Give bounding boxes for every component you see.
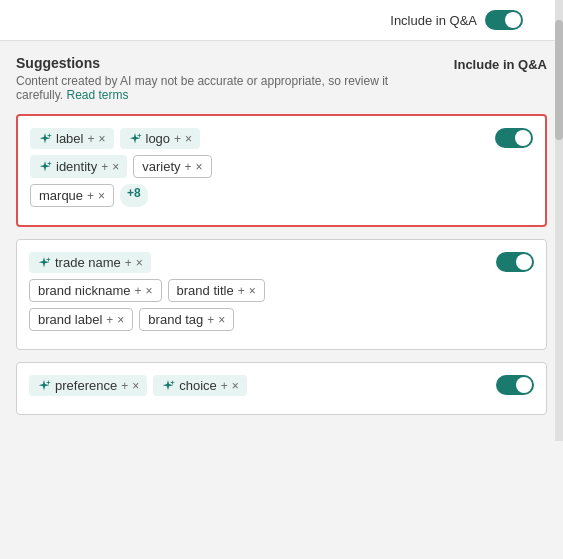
card-1-row-3: marque+×+8 — [30, 184, 483, 207]
top-bar: Include in Q&A — [0, 0, 563, 41]
sparkle-icon — [38, 160, 52, 174]
card-3: preference+× choice+× — [16, 362, 547, 415]
tag-text: choice — [179, 378, 217, 393]
tag-add-button[interactable]: + — [106, 313, 113, 327]
card-2-plain-tag-1: brand title+× — [168, 279, 265, 302]
tag-text: label — [56, 131, 83, 146]
card-3-ai-tag-1: choice+× — [153, 375, 247, 396]
card-1: label+× logo+× identity+×variety+×marque… — [16, 114, 547, 227]
main-content: Suggestions Content created by AI may no… — [0, 41, 563, 441]
column-label: Include in Q&A — [454, 57, 547, 72]
tag-text: identity — [56, 159, 97, 174]
card-2-plain-tag-0: brand label+× — [29, 308, 133, 331]
card-1-plain-tag-0: marque+× — [30, 184, 114, 207]
tag-remove-button[interactable]: × — [117, 313, 124, 327]
tag-remove-button[interactable]: × — [146, 284, 153, 298]
suggestions-description: Content created by AI may not be accurat… — [16, 74, 438, 102]
tag-text: variety — [142, 159, 180, 174]
tag-add-button[interactable]: + — [207, 313, 214, 327]
tag-text: preference — [55, 378, 117, 393]
tag-remove-button[interactable]: × — [112, 160, 119, 174]
card-3-row-1: preference+× choice+× — [29, 375, 484, 396]
tag-add-button[interactable]: + — [87, 132, 94, 146]
sparkle-icon — [38, 132, 52, 146]
tag-remove-button[interactable]: × — [132, 379, 139, 393]
tag-add-button[interactable]: + — [185, 160, 192, 174]
sparkle-icon — [37, 256, 51, 270]
tag-add-button[interactable]: + — [135, 284, 142, 298]
card-2: trade name+×brand nickname+×brand title+… — [16, 239, 547, 350]
card-1-row-2: identity+×variety+× — [30, 155, 483, 178]
tag-remove-button[interactable]: × — [98, 132, 105, 146]
tag-add-button[interactable]: + — [121, 379, 128, 393]
card-3-body: preference+× choice+× — [29, 375, 484, 402]
card-2-plain-tag-1: brand tag+× — [139, 308, 234, 331]
tag-remove-button[interactable]: × — [185, 132, 192, 146]
card-2-toggle[interactable] — [496, 252, 534, 272]
tag-add-button[interactable]: + — [174, 132, 181, 146]
tag-remove-button[interactable]: × — [98, 189, 105, 203]
card-2-ai-tag-0: trade name+× — [29, 252, 151, 273]
card-2-row-2: brand nickname+×brand title+× — [29, 279, 484, 302]
card-1-row-1: label+× logo+× — [30, 128, 483, 149]
card-2-body: trade name+×brand nickname+×brand title+… — [29, 252, 484, 337]
tag-text: brand title — [177, 283, 234, 298]
tag-add-button[interactable]: + — [238, 284, 245, 298]
tag-remove-button[interactable]: × — [232, 379, 239, 393]
tag-remove-button[interactable]: × — [196, 160, 203, 174]
card-1-toggle[interactable] — [495, 128, 533, 148]
card-1-ai-tag-0: identity+× — [30, 155, 127, 178]
tag-text: logo — [146, 131, 171, 146]
card-1-body: label+× logo+× identity+×variety+×marque… — [30, 128, 483, 213]
tag-text: brand nickname — [38, 283, 131, 298]
card-1-ai-tag-0: label+× — [30, 128, 114, 149]
tag-remove-button[interactable]: × — [136, 256, 143, 270]
tag-add-button[interactable]: + — [125, 256, 132, 270]
card-1-plain-tag-1: variety+× — [133, 155, 211, 178]
cards-container: label+× logo+× identity+×variety+×marque… — [16, 114, 547, 415]
tag-add-button[interactable]: + — [101, 160, 108, 174]
card-3-ai-tag-0: preference+× — [29, 375, 147, 396]
suggestions-heading: Suggestions — [16, 55, 438, 71]
suggestions-left: Suggestions Content created by AI may no… — [16, 55, 438, 102]
tag-add-button[interactable]: + — [87, 189, 94, 203]
sparkle-icon — [161, 379, 175, 393]
tag-remove-button[interactable]: × — [218, 313, 225, 327]
card-3-toggle[interactable] — [496, 375, 534, 395]
card-2-row-3: brand label+×brand tag+× — [29, 308, 484, 331]
tag-remove-button[interactable]: × — [249, 284, 256, 298]
scrollbar-track — [555, 0, 563, 441]
top-toggle-label: Include in Q&A — [390, 13, 477, 28]
sparkle-icon — [37, 379, 51, 393]
top-toggle[interactable] — [485, 10, 523, 30]
tag-add-button[interactable]: + — [221, 379, 228, 393]
tag-text: brand label — [38, 312, 102, 327]
tag-text: brand tag — [148, 312, 203, 327]
tag-text: trade name — [55, 255, 121, 270]
tag-text: marque — [39, 188, 83, 203]
sparkle-icon — [128, 132, 142, 146]
card-1-badge: +8 — [120, 184, 148, 207]
read-terms-link[interactable]: Read terms — [66, 88, 128, 102]
card-2-plain-tag-0: brand nickname+× — [29, 279, 162, 302]
suggestions-header: Suggestions Content created by AI may no… — [16, 55, 547, 102]
scrollbar-thumb[interactable] — [555, 20, 563, 140]
card-2-row-1: trade name+× — [29, 252, 484, 273]
card-1-ai-tag-1: logo+× — [120, 128, 201, 149]
